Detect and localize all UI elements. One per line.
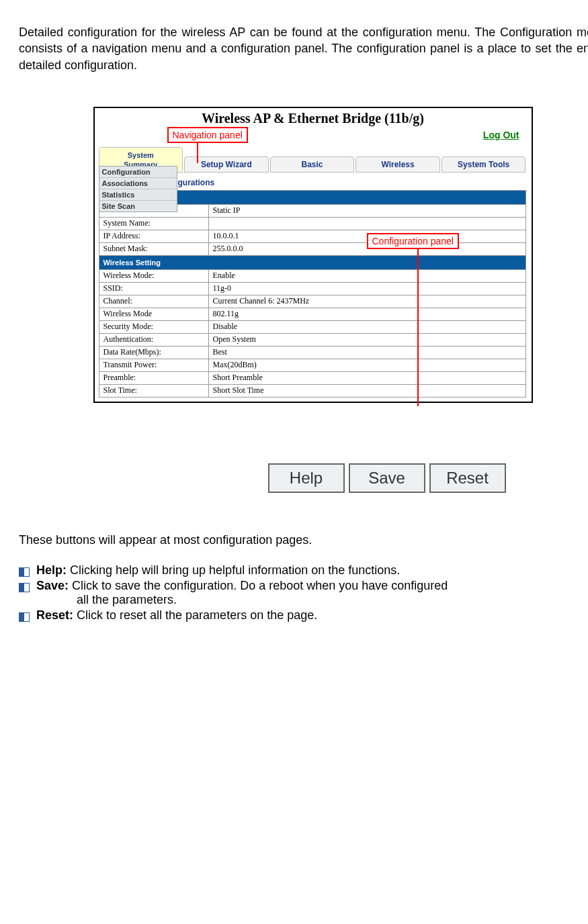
config-value: Disable — [208, 320, 526, 333]
table-row: Preamble:Short Preamble — [99, 371, 526, 384]
button-descriptions: Help: Clicking help will bring up helpfu… — [19, 563, 588, 622]
config-value: Static IP — [208, 204, 526, 217]
desc-help-text: Clicking help will bring up helpful info… — [67, 563, 400, 577]
desc-reset-text: Click to reset all the parameters on the… — [73, 608, 317, 622]
table-row: Transmit Power:Max(20dBm) — [99, 359, 526, 371]
config-value: Current Channel 6: 2437MHz — [208, 295, 526, 308]
config-label: SSID: — [99, 282, 208, 295]
app-title: Wireless AP & Ethernet Bridge (11b/g) — [95, 108, 532, 126]
config-label: Authentication: — [99, 333, 208, 346]
bullet-icon — [19, 612, 30, 622]
config-value: Open System — [208, 333, 526, 346]
table-row: Slot Time:Short Slot Time — [99, 384, 526, 397]
table-row: Authentication:Open System — [99, 333, 526, 346]
config-label: Channel: — [99, 295, 208, 308]
list-item: Help: Clicking help will bring up helpfu… — [19, 563, 588, 578]
list-item: Reset: Click to reset all the parameters… — [19, 608, 588, 622]
nav-dropdown: Configuration Associations Statistics Si… — [99, 166, 177, 212]
config-label: Wireless Mode: — [99, 269, 208, 282]
config-value: Max(20dBm) — [208, 359, 526, 371]
config-label: System Name: — [99, 217, 208, 230]
config-label: Wireless Mode — [99, 308, 208, 320]
logout-link[interactable]: Log Out — [95, 126, 532, 144]
config-value: 802.11g — [208, 308, 526, 320]
config-value: Short Preamble — [208, 371, 526, 384]
config-value — [208, 217, 526, 230]
desc-help-label: Help: — [36, 563, 67, 577]
help-button[interactable]: Help — [268, 463, 345, 493]
desc-reset-label: Reset: — [36, 608, 73, 622]
tab-system-tools[interactable]: System Tools — [442, 156, 526, 173]
button-row: Help Save Reset — [19, 463, 588, 493]
config-table: Static IPSystem Name:IP Address:10.0.0.1… — [99, 190, 526, 398]
config-label: IP Address: — [99, 230, 208, 242]
dropdown-item-configuration[interactable]: Configuration — [99, 167, 177, 178]
dropdown-item-associations[interactable]: Associations — [99, 178, 177, 189]
annotation-nav-line — [197, 142, 198, 163]
config-label: Transmit Power: — [99, 359, 208, 371]
table-row: Wireless Mode802.11g — [99, 308, 526, 320]
dropdown-item-site-scan[interactable]: Site Scan — [99, 201, 177, 212]
desc-save-text: Click to save the configuration. Do a re… — [69, 579, 448, 592]
save-button[interactable]: Save — [349, 463, 425, 493]
table-row: Wireless Setting — [99, 255, 526, 269]
config-value: 11g-0 — [208, 282, 526, 295]
table-row: Subnet Mask:255.0.0.0 — [99, 242, 526, 255]
annotation-config-panel: Configuration panel — [367, 233, 459, 249]
buttons-intro: These buttons will appear at most config… — [19, 533, 588, 547]
table-row: System Name: — [99, 217, 526, 230]
table-row: Wireless Mode:Enable — [99, 269, 526, 282]
config-label: Preamble: — [99, 371, 208, 384]
dropdown-item-statistics[interactable]: Statistics — [99, 189, 177, 201]
config-label: Data Rate(Mbps): — [99, 346, 208, 359]
bullet-icon — [19, 583, 30, 592]
table-row: SSID:11g-0 — [99, 282, 526, 295]
list-item: Save: Click to save the configuration. D… — [19, 579, 588, 607]
annotation-nav-panel: Navigation panel — [167, 127, 248, 143]
config-value: Enable — [208, 269, 526, 282]
bullet-icon — [19, 567, 30, 577]
tab-label: System — [128, 151, 154, 159]
annotation-config-line — [417, 248, 419, 406]
section-header: Wireless Setting — [99, 255, 526, 269]
tab-basic[interactable]: Basic — [270, 156, 355, 173]
config-value: Short Slot Time — [208, 384, 526, 397]
tab-wireless[interactable]: Wireless — [355, 156, 440, 173]
table-row: IP Address:10.0.0.1 — [99, 230, 526, 242]
desc-save-label: Save: — [36, 579, 69, 592]
table-row: Security Mode:Disable — [99, 320, 526, 333]
config-label: Security Mode: — [99, 320, 208, 333]
desc-save-cont: all the parameters. — [36, 593, 588, 607]
table-row: Channel:Current Channel 6: 2437MHz — [99, 295, 526, 308]
config-value: Best — [208, 346, 526, 359]
reset-button[interactable]: Reset — [429, 463, 506, 493]
table-row: Data Rate(Mbps):Best — [99, 346, 526, 359]
config-label: Slot Time: — [99, 384, 208, 397]
config-label: Subnet Mask: — [99, 242, 208, 255]
config-screenshot: Wireless AP & Ethernet Bridge (11b/g) Lo… — [93, 107, 533, 403]
intro-paragraph: Detailed configuration for the wireless … — [19, 24, 588, 73]
